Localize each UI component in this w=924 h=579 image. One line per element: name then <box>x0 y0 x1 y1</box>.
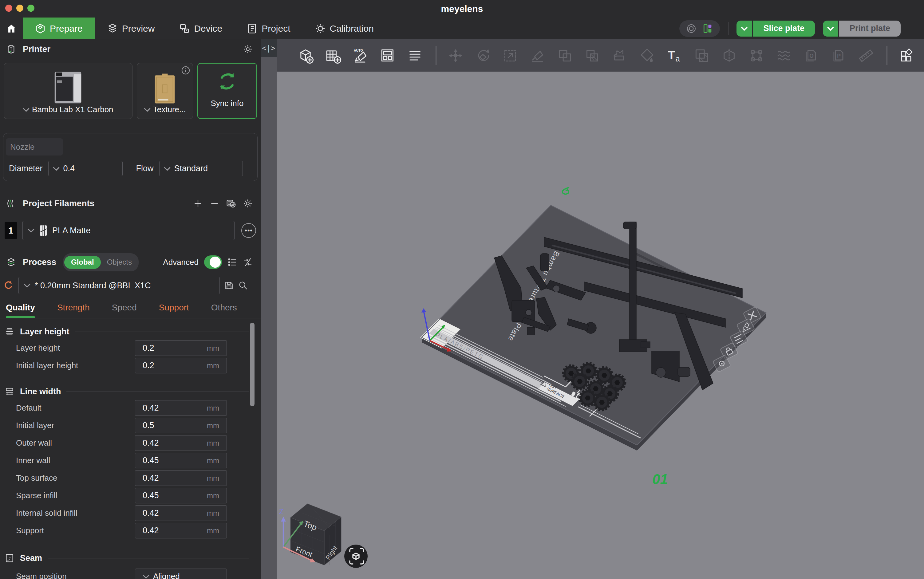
printer-select-card[interactable]: Bambu Lab X1 Carbon <box>4 63 132 119</box>
tab-support[interactable]: Support <box>159 303 189 318</box>
line-width-sparse-infill-input[interactable]: 0.45mm <box>135 488 227 504</box>
tab-device[interactable]: Device <box>167 18 234 39</box>
tab-quality[interactable]: Quality <box>6 303 35 318</box>
filament-settings-gear-icon[interactable] <box>243 198 253 208</box>
flow-select[interactable]: Standard <box>159 161 243 176</box>
scope-objects-button[interactable]: Objects <box>101 258 137 267</box>
print-plate-button[interactable]: Print plate <box>839 21 901 37</box>
view-mode-pill[interactable] <box>679 20 720 37</box>
filament-select[interactable]: PLA Matte <box>23 221 234 240</box>
orbit-icon[interactable] <box>686 23 697 34</box>
split-to-objects-button[interactable] <box>556 47 574 64</box>
lay-on-face-button[interactable] <box>529 47 546 64</box>
scale-button[interactable] <box>502 47 519 64</box>
remove-filament-icon[interactable] <box>209 198 219 208</box>
filament-slot-number[interactable]: 1 <box>5 222 17 239</box>
split-to-parts-button[interactable] <box>584 47 601 64</box>
line-width-support-input[interactable]: 0.42mm <box>135 523 227 538</box>
sidebar-scrollbar[interactable] <box>250 323 255 406</box>
setting-value: 0.2 <box>142 343 207 353</box>
reset-preset-icon[interactable] <box>3 280 14 291</box>
sync-icon <box>216 70 239 93</box>
home-icon <box>6 23 16 34</box>
search-preset-icon[interactable] <box>238 281 248 290</box>
setting-label: Default <box>16 403 135 413</box>
plate-number: 01 <box>652 471 668 487</box>
measure-button[interactable] <box>857 47 875 64</box>
rotate-button[interactable] <box>474 47 492 64</box>
filament-sync-icon[interactable] <box>226 198 236 208</box>
tab-prepare[interactable]: Prepare <box>23 18 95 39</box>
chevron-down-icon <box>164 167 171 171</box>
prepare-icon <box>35 23 46 34</box>
add-filament-icon[interactable] <box>193 198 203 208</box>
support-blob-button[interactable] <box>748 47 765 64</box>
initial-layer-height-input[interactable]: 0.2 mm <box>135 358 227 373</box>
project-icon <box>247 23 257 34</box>
object-list-button[interactable] <box>406 47 424 64</box>
line-width-internal-solid-infill-input[interactable]: 0.42mm <box>135 505 227 521</box>
nozzle-tab[interactable]: Nozzle <box>6 138 63 155</box>
line-width-outer-wall-input[interactable]: 0.42mm <box>135 435 227 451</box>
compare-filter-icon[interactable] <box>243 257 253 267</box>
line-width-default-input[interactable]: 0.42mm <box>135 400 227 416</box>
setting-label: Outer wall <box>16 438 135 448</box>
layout-icon[interactable] <box>703 23 713 34</box>
home-button[interactable] <box>0 18 23 39</box>
viewport-3d[interactable]: Bambu Textured PEI Plate PLA/ABS/PETG HO… <box>276 72 924 579</box>
printer-image <box>50 70 86 105</box>
setting-value: 0.2 <box>142 361 207 370</box>
navigation-cube[interactable]: Top Front Right Z <box>279 504 341 565</box>
tab-speed[interactable]: Speed <box>112 303 137 318</box>
fuzzy-skin-button[interactable] <box>775 47 792 64</box>
filament-more-button[interactable]: ••• <box>241 223 256 238</box>
move-button[interactable] <box>447 47 464 64</box>
modifier-button[interactable] <box>693 47 710 64</box>
scope-global-button[interactable]: Global <box>64 256 101 269</box>
process-preset-select[interactable]: * 0.20mm Standard @BBL X1C <box>18 277 220 294</box>
setting-label: Top surface <box>16 473 135 483</box>
layer-height-input[interactable]: 0.2 mm <box>135 340 227 356</box>
auto-orient-button[interactable]: AUTO <box>352 47 369 64</box>
process-scope-switch: Global Objects <box>63 253 139 272</box>
slice-plate-button[interactable]: Slice plate <box>753 21 815 37</box>
nozzle-diameter-select[interactable]: 0.4 <box>48 161 123 176</box>
arrange-button[interactable] <box>379 47 396 64</box>
line-width-inner-wall-input[interactable]: 0.45mm <box>135 453 227 468</box>
save-preset-icon[interactable] <box>224 281 234 290</box>
add-plate-button[interactable] <box>324 47 342 64</box>
tab-project[interactable]: Project <box>234 18 303 39</box>
chevron-down-icon <box>53 167 60 171</box>
object-page-button[interactable]: O <box>803 47 820 64</box>
color-paint-button[interactable] <box>638 47 656 64</box>
chevron-down-icon <box>827 26 834 31</box>
part-page-button[interactable]: P <box>830 47 847 64</box>
fit-view-button[interactable] <box>344 545 368 568</box>
add-object-button[interactable] <box>297 47 314 64</box>
setting-row: Support 0.42mm <box>0 523 261 538</box>
plate-select-card[interactable]: Texture... <box>137 63 193 119</box>
line-width-top-surface-input[interactable]: 0.42mm <box>135 470 227 486</box>
tab-calibration[interactable]: Calibration <box>303 18 386 39</box>
print-options-button[interactable] <box>823 21 838 37</box>
line-width-initial-layer-input[interactable]: 0.5mm <box>135 418 227 433</box>
setting-row: Seam position Aligned <box>0 569 261 579</box>
seam-position-select[interactable]: Aligned <box>135 569 227 579</box>
tab-strength[interactable]: Strength <box>57 303 90 318</box>
process-section-title: Process <box>23 257 56 267</box>
sync-info-button[interactable]: Sync info <box>197 63 257 119</box>
assembly-button[interactable] <box>898 47 915 64</box>
tab-preview[interactable]: Preview <box>95 18 167 39</box>
info-icon[interactable] <box>181 66 190 75</box>
printer-settings-gear-icon[interactable] <box>243 44 253 54</box>
tab-others[interactable]: Others <box>211 303 237 318</box>
model-rod[interactable] <box>630 222 636 346</box>
support-paint-button[interactable] <box>611 47 628 64</box>
cut-button[interactable] <box>721 47 738 64</box>
settings-list-icon[interactable] <box>227 257 237 267</box>
slice-options-button[interactable] <box>736 21 752 37</box>
text-tool-button[interactable]: Ta <box>666 47 683 64</box>
collapse-panel-button[interactable]: <|> <box>261 39 276 57</box>
nozzle-section: Nozzle Diameter 0.4 Flow Standard <box>3 133 258 181</box>
advanced-toggle[interactable] <box>204 255 222 269</box>
